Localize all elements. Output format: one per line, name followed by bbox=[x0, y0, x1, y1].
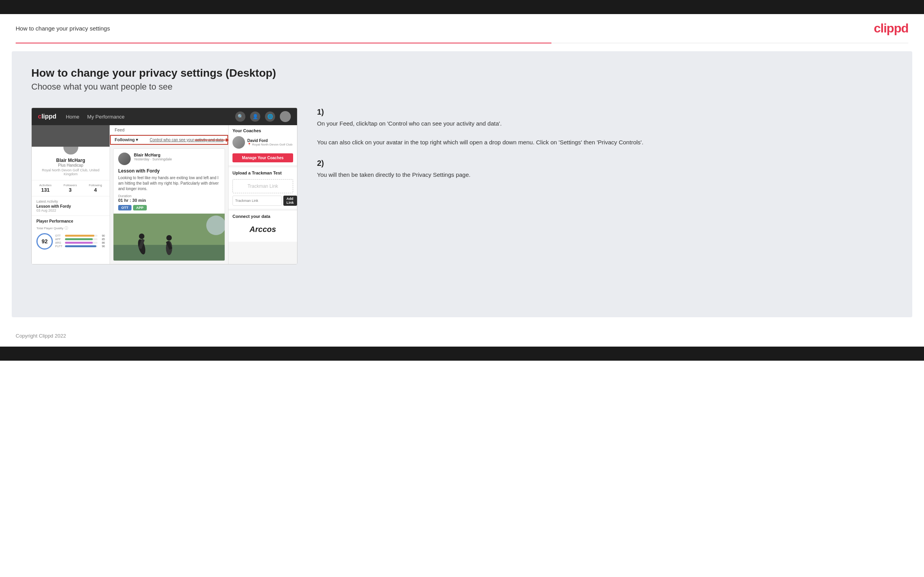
manage-coaches-button[interactable]: Manage Your Coaches bbox=[232, 153, 293, 162]
player-performance: Player Performance Total Player Quality … bbox=[32, 216, 110, 253]
coach-avatar bbox=[232, 136, 245, 149]
feed-controls: Following ▾ Control who can see your act… bbox=[110, 135, 228, 145]
bottom-bar bbox=[0, 347, 924, 361]
latest-activity: Latest Activity Lesson with Fordy 03 Aug… bbox=[32, 196, 110, 216]
post-user-info: Blair McHarg Yesterday · Sunningdale bbox=[134, 153, 172, 161]
coaches-section: Your Coaches David Ford 📍 Royal North De… bbox=[229, 125, 297, 166]
bar-fill-putt bbox=[65, 245, 96, 247]
bar-fill-app bbox=[65, 238, 93, 240]
header-title: How to change your privacy settings bbox=[16, 25, 110, 32]
instruction-1: 1) On your Feed, click/tap on 'Control w… bbox=[317, 108, 893, 147]
coach-info: David Ford 📍 Royal North Devon Golf Club bbox=[247, 138, 292, 146]
bar-bg-app bbox=[65, 238, 97, 240]
page-heading: How to change your privacy settings (Des… bbox=[31, 67, 893, 79]
duration-value: 01 hr : 30 min bbox=[118, 198, 146, 203]
coach-club: 📍 Royal North Devon Golf Club bbox=[247, 143, 292, 146]
bar-row-ott: OTT 90 bbox=[55, 234, 105, 237]
post-user-name: Blair McHarg bbox=[134, 153, 172, 157]
nav-home[interactable]: Home bbox=[66, 114, 79, 120]
instruction-2: 2) You will then be taken directly to th… bbox=[317, 159, 893, 180]
user-icon[interactable]: 👤 bbox=[250, 111, 260, 122]
search-icon[interactable]: 🔍 bbox=[235, 111, 245, 122]
latest-name: Lesson with Fordy bbox=[36, 204, 105, 209]
clippd-logo: clippd bbox=[874, 21, 908, 36]
profile-banner bbox=[32, 125, 110, 147]
bar-fill-arg bbox=[65, 242, 93, 244]
bar-key-ott: OTT bbox=[55, 234, 64, 237]
coach-name: David Ford bbox=[247, 138, 292, 143]
perf-label: Player Performance bbox=[36, 219, 105, 223]
bar-bg-ott bbox=[65, 235, 97, 237]
quality-label: Total Player Quality ⓘ bbox=[36, 226, 105, 231]
svg-point-4 bbox=[139, 234, 144, 239]
nav-avatar[interactable] bbox=[280, 111, 291, 122]
tag-ott: OTT bbox=[118, 205, 131, 210]
globe-icon[interactable]: 🌐 bbox=[265, 111, 275, 122]
page-subheading: Choose what you want people to see bbox=[31, 82, 893, 92]
post-image bbox=[113, 214, 225, 261]
bar-val-arg: 86 bbox=[99, 241, 105, 244]
trackman-title: Upload a Trackman Test bbox=[229, 167, 297, 177]
profile-name: Blair McHarg bbox=[32, 158, 110, 163]
coaches-title: Your Coaches bbox=[229, 125, 297, 135]
feed-center: Feed Following ▾ Control who can see you… bbox=[110, 125, 229, 264]
bar-bg-arg bbox=[65, 242, 97, 244]
latest-date: 03 Aug 2022 bbox=[36, 209, 105, 212]
feed-tab[interactable]: Feed bbox=[115, 128, 124, 132]
connect-title: Connect your data bbox=[229, 211, 297, 220]
quality-row: 92 OTT 90 APP 85 ARG bbox=[36, 233, 105, 250]
right-panel: Your Coaches David Ford 📍 Royal North De… bbox=[229, 125, 297, 264]
post-desc: Looking to feel like my hands are exitin… bbox=[113, 175, 225, 194]
bar-key-putt: PUTT bbox=[55, 245, 64, 248]
arrow-indicator bbox=[195, 138, 229, 142]
profile-stats: Activities 131 Followers 3 Following 4 bbox=[32, 180, 110, 196]
stat-value-activities: 131 bbox=[39, 187, 52, 193]
bar-key-arg: ARG bbox=[55, 241, 64, 244]
bar-val-ott: 90 bbox=[99, 234, 105, 237]
instructions-panel: 1) On your Feed, click/tap on 'Control w… bbox=[313, 108, 893, 191]
trackman-input[interactable] bbox=[232, 196, 282, 206]
nav-performance[interactable]: My Performance bbox=[87, 114, 124, 120]
main-content: How to change your privacy settings (Des… bbox=[12, 51, 912, 317]
trackman-add-button[interactable]: Add Link bbox=[283, 196, 297, 206]
stat-followers: Followers 3 bbox=[63, 183, 77, 193]
top-bar bbox=[0, 0, 924, 14]
instruction-2-text: You will then be taken directly to the P… bbox=[317, 170, 893, 180]
following-button[interactable]: Following ▾ bbox=[115, 137, 138, 142]
post-header: Blair McHarg Yesterday · Sunningdale bbox=[113, 149, 225, 168]
stat-activities: Activities 131 bbox=[39, 183, 52, 193]
post-duration: Duration 01 hr : 30 min bbox=[113, 194, 225, 205]
profile-club: Royal North Devon Golf Club, United King… bbox=[32, 168, 110, 176]
quality-bars: OTT 90 APP 85 ARG 86 bbox=[55, 234, 105, 248]
bar-bg-putt bbox=[65, 245, 97, 247]
bar-row-app: APP 85 bbox=[55, 238, 105, 241]
post-avatar bbox=[118, 153, 131, 165]
bar-val-putt: 96 bbox=[99, 245, 105, 248]
instruction-2-number: 2) bbox=[317, 159, 893, 168]
connect-section: Connect your data Arccos bbox=[229, 211, 297, 242]
copyright: Copyright Clippd 2022 bbox=[16, 333, 66, 339]
bar-val-app: 85 bbox=[99, 238, 105, 241]
post-tags: OTT APP bbox=[113, 205, 225, 214]
instruction-1-number: 1) bbox=[317, 108, 893, 117]
stat-following: Following 4 bbox=[89, 183, 102, 193]
trackman-link-box: Trackman Link bbox=[232, 179, 293, 193]
latest-label: Latest Activity bbox=[36, 200, 105, 203]
tag-app: APP bbox=[133, 205, 147, 210]
footer: Copyright Clippd 2022 bbox=[0, 325, 924, 347]
bar-row-putt: PUTT 96 bbox=[55, 245, 105, 248]
app-nav-icons: 🔍 👤 🌐 bbox=[235, 111, 291, 122]
app-nav-links: Home My Performance bbox=[66, 114, 235, 120]
feed-post: Blair McHarg Yesterday · Sunningdale Les… bbox=[113, 148, 225, 261]
coach-row: David Ford 📍 Royal North Devon Golf Club bbox=[229, 135, 297, 152]
header-divider bbox=[16, 43, 908, 43]
stat-label-following: Following bbox=[89, 183, 102, 187]
bar-fill-ott bbox=[65, 235, 94, 237]
post-user-meta: Yesterday · Sunningdale bbox=[134, 157, 172, 161]
profile-handicap: Plus Handicap bbox=[32, 163, 110, 167]
stat-label-followers: Followers bbox=[63, 183, 77, 187]
post-title: Lesson with Fordy bbox=[113, 168, 225, 175]
svg-point-7 bbox=[166, 235, 172, 241]
quality-circle: 92 bbox=[36, 233, 53, 250]
feed-tab-row: Feed bbox=[110, 125, 228, 135]
